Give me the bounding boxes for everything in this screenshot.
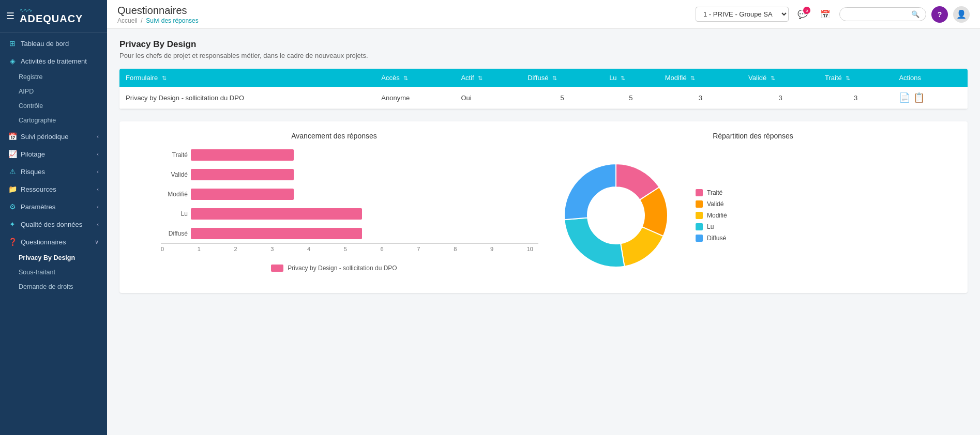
donut-chart-container: Répartition des réponses Traité Validé M… xyxy=(549,132,957,283)
avatar[interactable]: 👤 xyxy=(953,6,970,23)
bar-label: Traité xyxy=(161,151,191,159)
questionnaires-icon: ❓ xyxy=(8,238,17,246)
view-action-icon[interactable]: 📄 xyxy=(899,92,910,103)
sort-icon: ⇅ xyxy=(162,75,167,81)
sort-icon: ⇅ xyxy=(771,75,775,81)
col-lu[interactable]: Lu ⇅ xyxy=(603,69,659,87)
risk-icon: ⚠ xyxy=(8,167,17,176)
sidebar-item-qualite-donnees[interactable]: ✦ Qualité des données ‹ xyxy=(0,215,107,233)
breadcrumb-current: Suivi des réponses xyxy=(146,17,198,24)
sidebar-item-controle[interactable]: Contrôle xyxy=(0,99,107,113)
donut-segment xyxy=(564,164,616,220)
action-icons: 📄 📋 xyxy=(899,92,961,103)
donut-segment xyxy=(564,218,624,267)
sidebar-item-suivi-periodique[interactable]: 📅 Suivi périodique ‹ xyxy=(0,128,107,145)
sidebar-item-label: Activités de traitement xyxy=(21,57,87,65)
menu-icon[interactable]: ☰ xyxy=(6,10,14,22)
sidebar-item-demande-de-droits[interactable]: Demande de droits xyxy=(0,279,107,294)
x-axis: 012345678910 xyxy=(161,243,538,252)
breadcrumb-home[interactable]: Accueil xyxy=(117,17,138,24)
breadcrumb: Accueil / Suivi des réponses xyxy=(117,17,689,24)
x-tick: 5 xyxy=(344,246,347,252)
nav-main: ⊞ Tableau de bord ◈ Activités de traitem… xyxy=(0,33,107,296)
col-diffuse[interactable]: Diffusé ⇅ xyxy=(521,69,603,87)
sidebar-item-label: Tableau de bord xyxy=(21,40,69,48)
chevron-icon: ‹ xyxy=(97,186,99,192)
legend-text: Modifié xyxy=(707,212,727,219)
sort-icon: ⇅ xyxy=(478,75,483,81)
sidebar-item-ressources[interactable]: 📁 Ressources ‹ xyxy=(0,180,107,198)
sidebar-item-pilotage[interactable]: 📈 Pilotage ‹ xyxy=(0,145,107,163)
bar-fill xyxy=(191,149,294,161)
bar-row: Lu xyxy=(161,207,533,221)
sidebar-item-aipd[interactable]: AIPD xyxy=(0,84,107,99)
donut-legend: Traité Validé Modifié Lu Diffusé xyxy=(696,189,727,242)
legend-text: Lu xyxy=(707,223,714,230)
bar-track xyxy=(191,208,533,220)
calendar-button[interactable]: 📅 xyxy=(817,6,834,23)
sidebar-item-label: Suivi périodique xyxy=(21,133,69,141)
sidebar-item-activites[interactable]: ◈ Activités de traitement xyxy=(0,52,107,70)
bar-chart: Traité Validé Modifié Lu Diffusé 0123456… xyxy=(130,148,538,257)
sidebar-item-label: Sous-traitant xyxy=(19,269,55,276)
content-area: Privacy By Design Pour les chefs de proj… xyxy=(107,29,980,435)
sidebar-item-cartographie[interactable]: Cartographie xyxy=(0,113,107,128)
col-actif[interactable]: Actif ⇅ xyxy=(455,69,521,87)
bar-fill xyxy=(191,169,294,180)
sidebar-item-tableau-de-bord[interactable]: ⊞ Tableau de bord xyxy=(0,35,107,52)
col-valide[interactable]: Validé ⇅ xyxy=(742,69,819,87)
sidebar-item-label: AIPD xyxy=(19,88,34,95)
legend-label: Privacy by Design - sollicitation du DPO xyxy=(288,265,397,272)
bar-label: Lu xyxy=(161,210,191,218)
sidebar-item-risques[interactable]: ⚠ Risques ‹ xyxy=(0,163,107,180)
bar-track xyxy=(191,189,533,200)
bar-row: Validé xyxy=(161,168,533,181)
x-tick: 3 xyxy=(270,246,274,252)
legend-color-box xyxy=(271,265,283,272)
x-tick: 10 xyxy=(527,246,533,252)
col-modifie[interactable]: Modifié ⇅ xyxy=(659,69,742,87)
sidebar-item-questionnaires[interactable]: ❓ Questionnaires ∨ xyxy=(0,233,107,251)
copy-action-icon[interactable]: 📋 xyxy=(913,92,925,103)
cell-lu: 5 xyxy=(603,87,659,109)
sidebar-item-label: Contrôle xyxy=(19,102,43,110)
legend-dot xyxy=(696,223,703,230)
cell-diffuse: 5 xyxy=(521,87,603,109)
cell-actif: Oui xyxy=(455,87,521,109)
pilotage-icon: 📈 xyxy=(8,150,17,158)
table-header-row: Formulaire ⇅ Accès ⇅ Actif ⇅ Diffusé ⇅ xyxy=(119,69,968,87)
legend-dot xyxy=(696,235,703,242)
sidebar-item-parametres[interactable]: ⚙ Paramètres ‹ xyxy=(0,198,107,215)
org-selector[interactable]: 1 - PRIVE - Groupe SA xyxy=(696,7,789,22)
x-tick: 4 xyxy=(307,246,310,252)
logo-wave: ∿∿∿ xyxy=(20,7,83,13)
sidebar-item-label: Demande de droits xyxy=(19,283,73,290)
col-acces[interactable]: Accès ⇅ xyxy=(375,69,455,87)
chevron-icon: ‹ xyxy=(97,133,99,139)
search-icon[interactable]: 🔍 xyxy=(911,10,919,18)
notifications-button[interactable]: 💬 5 xyxy=(794,6,811,23)
legend-dot xyxy=(696,200,703,208)
sidebar-item-sous-traitant[interactable]: Sous-traitant xyxy=(0,265,107,279)
x-tick: 1 xyxy=(198,246,201,252)
bar-fill xyxy=(191,228,362,239)
sidebar-item-registre[interactable]: Registre xyxy=(0,70,107,84)
chevron-icon: ‹ xyxy=(97,221,99,227)
bar-fill xyxy=(191,208,362,220)
donut-legend-item: Lu xyxy=(696,223,727,230)
sort-icon: ⇅ xyxy=(621,75,625,81)
col-formulaire[interactable]: Formulaire ⇅ xyxy=(119,69,375,87)
x-tick: 0 xyxy=(161,246,164,252)
sidebar-item-privacy-by-design[interactable]: Privacy By Design xyxy=(0,251,107,265)
donut-svg xyxy=(549,148,683,283)
sidebar-item-label: Privacy By Design xyxy=(19,254,75,261)
chevron-icon: ‹ xyxy=(97,168,99,175)
search-input[interactable] xyxy=(846,10,908,18)
sort-icon: ⇅ xyxy=(690,75,695,81)
col-traite[interactable]: Traité ⇅ xyxy=(819,69,893,87)
help-button[interactable]: ? xyxy=(931,6,948,23)
sidebar-item-label: Risques xyxy=(21,168,45,176)
sidebar-item-label: Questionnaires xyxy=(21,238,66,246)
x-tick: 6 xyxy=(381,246,384,252)
bar-chart-legend: Privacy by Design - sollicitation du DPO xyxy=(130,265,538,272)
